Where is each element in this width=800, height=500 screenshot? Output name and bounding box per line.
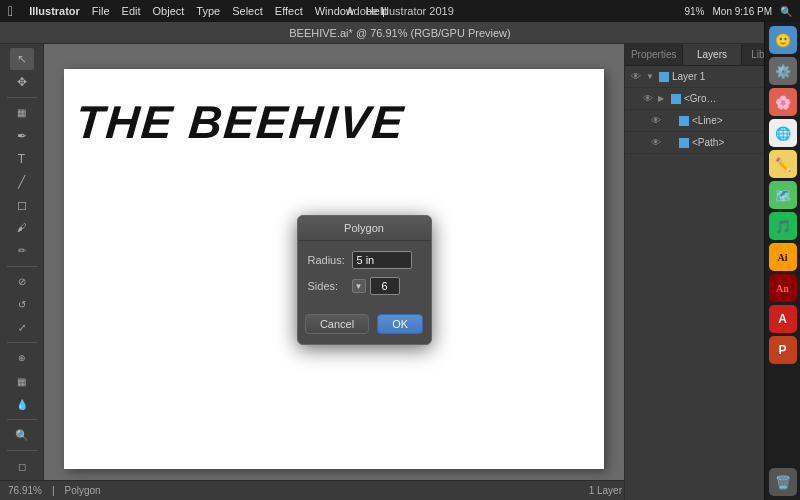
radius-label: Radius:: [308, 254, 348, 266]
rotate-tool[interactable]: ↺: [10, 294, 34, 316]
current-tool: Polygon: [65, 485, 101, 496]
sides-label: Sides:: [308, 280, 348, 292]
tool-separator-1: [7, 97, 37, 98]
trash-icon[interactable]: 🗑️: [769, 468, 797, 496]
menu-file[interactable]: File: [92, 5, 110, 17]
animate-dock-icon[interactable]: An: [769, 274, 797, 302]
system-prefs-icon[interactable]: ⚙️: [769, 57, 797, 85]
dialog-body: Radius: Sides: ▼: [298, 241, 431, 308]
sides-input[interactable]: [370, 277, 400, 295]
mac-menu-bar:  Illustrator File Edit Object Type Sele…: [0, 0, 800, 22]
rect-tool[interactable]: ◻: [10, 194, 34, 216]
app-name[interactable]: Illustrator: [29, 5, 80, 17]
tool-separator-5: [7, 450, 37, 451]
polygon-dialog: Polygon Radius: Sides: ▼ Cancel OK: [297, 215, 432, 345]
visibility-icon-1[interactable]: 👁: [641, 92, 655, 106]
eraser-tool[interactable]: ⊘: [10, 271, 34, 293]
chrome-icon[interactable]: 🌐: [769, 119, 797, 147]
artwork-text: THE BEEHIVE: [74, 99, 407, 145]
status-separator: |: [52, 485, 55, 496]
radius-input[interactable]: [352, 251, 412, 269]
line-tool[interactable]: ╱: [10, 171, 34, 193]
pencil-tool[interactable]: ✏: [10, 240, 34, 262]
layer-color-0: [659, 72, 669, 82]
visibility-icon-2[interactable]: 👁: [649, 114, 663, 128]
radius-row: Radius:: [308, 251, 421, 269]
tool-separator-2: [7, 266, 37, 267]
notes-icon[interactable]: ✏️: [769, 150, 797, 178]
powerpoint-dock-icon[interactable]: P: [769, 336, 797, 364]
document-title-bar: BEEHIVE.ai* @ 76.91% (RGB/GPU Preview): [0, 22, 800, 44]
zoom-tool[interactable]: 🔍: [10, 424, 34, 446]
paintbrush-tool[interactable]: 🖌: [10, 217, 34, 239]
dialog-title: Polygon: [298, 216, 431, 241]
menu-edit[interactable]: Edit: [122, 5, 141, 17]
gradient-tool[interactable]: ▦: [10, 370, 34, 392]
zoom-level: 76.91%: [8, 485, 42, 496]
photos-icon[interactable]: 🌸: [769, 88, 797, 116]
visibility-icon-3[interactable]: 👁: [649, 136, 663, 150]
select-tool[interactable]: ↖: [10, 48, 34, 70]
document-title: BEEHIVE.ai* @ 76.91% (RGB/GPU Preview): [289, 27, 510, 39]
finder-icon[interactable]: 🙂: [769, 26, 797, 54]
direct-select-tool[interactable]: ✥: [10, 71, 34, 93]
battery-level: 91%: [685, 6, 705, 17]
music-icon[interactable]: 🎵: [769, 212, 797, 240]
dialog-buttons: Cancel OK: [298, 314, 431, 334]
ok-button[interactable]: OK: [377, 314, 423, 334]
eyedropper-tool[interactable]: 💧: [10, 393, 34, 415]
clock: Mon 9:16 PM: [713, 6, 772, 17]
visibility-icon-0[interactable]: 👁: [629, 70, 643, 84]
expand-icon-1[interactable]: ▶: [658, 94, 668, 103]
search-icon[interactable]: 🔍: [780, 6, 792, 17]
sides-decrement-button[interactable]: ▼: [352, 279, 366, 293]
menu-select[interactable]: Select: [232, 5, 263, 17]
illustrator-dock-icon[interactable]: Ai: [769, 243, 797, 271]
type-tool[interactable]: T: [10, 148, 34, 170]
menu-object[interactable]: Object: [153, 5, 185, 17]
artboard-tool[interactable]: ▦: [10, 102, 34, 124]
tab-properties[interactable]: Properties: [625, 44, 683, 65]
fill-stroke[interactable]: ◻: [10, 455, 34, 477]
blend-tool[interactable]: ⊕: [10, 347, 34, 369]
tool-separator-4: [7, 419, 37, 420]
cancel-button[interactable]: Cancel: [305, 314, 369, 334]
apple-menu[interactable]: : [8, 3, 13, 19]
menu-center: Adobe Illustrator 2019: [346, 5, 454, 17]
sides-row: Sides: ▼: [308, 277, 421, 295]
expand-icon-0[interactable]: ▼: [646, 72, 656, 81]
layer-color-2: [679, 116, 689, 126]
dock: 🙂 ⚙️ 🌸 🌐 ✏️ 🗺️ 🎵 Ai An A P 🗑️: [764, 22, 800, 500]
layer-color-1: [671, 94, 681, 104]
acrobat-dock-icon[interactable]: A: [769, 305, 797, 333]
maps-icon[interactable]: 🗺️: [769, 181, 797, 209]
left-toolbar: ↖ ✥ ▦ ✒ T ╱ ◻ 🖌 ✏ ⊘ ↺ ⤢ ⊕ ▦ 💧 🔍 ◻ ···: [0, 44, 44, 500]
layer-count: 1 Layer: [589, 485, 622, 496]
layer-color-3: [679, 138, 689, 148]
tool-separator-3: [7, 342, 37, 343]
menu-type[interactable]: Type: [196, 5, 220, 17]
status-bar: 76.91% | Polygon 1 Layer: [0, 480, 630, 500]
tab-layers[interactable]: Layers: [683, 44, 741, 65]
scale-tool[interactable]: ⤢: [10, 317, 34, 339]
menu-effect[interactable]: Effect: [275, 5, 303, 17]
pen-tool[interactable]: ✒: [10, 125, 34, 147]
